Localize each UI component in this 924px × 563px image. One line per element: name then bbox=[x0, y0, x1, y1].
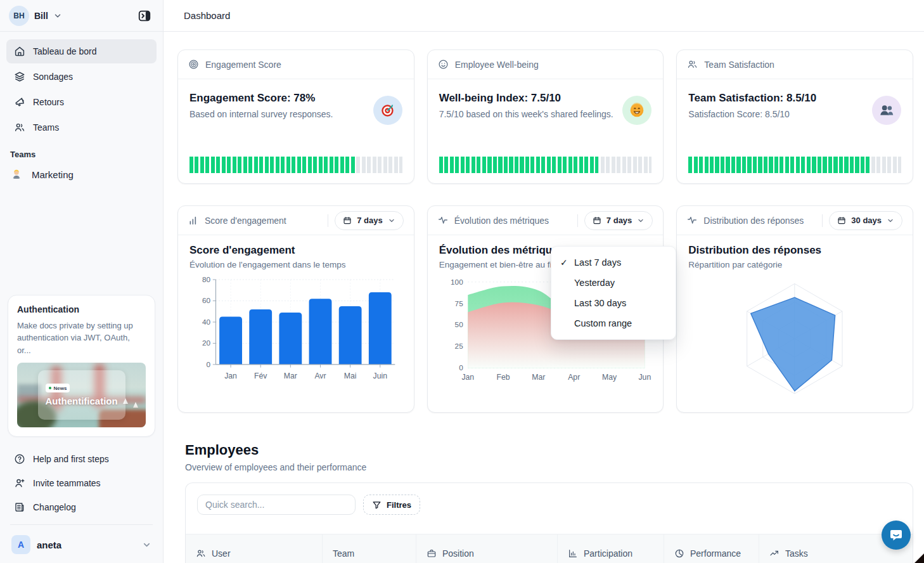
card-body: Well-being Index: 7.5/10 7.5/10 based on… bbox=[428, 79, 664, 183]
menu-item-label: Custom range bbox=[574, 318, 632, 328]
auth-image-title: Authentification bbox=[46, 396, 125, 406]
column-label: Participation bbox=[584, 548, 632, 559]
svg-text:Jan: Jan bbox=[461, 373, 474, 382]
employees-header: Employees Overview of employees and thei… bbox=[177, 442, 913, 472]
date-range-button[interactable]: 7 days bbox=[335, 211, 403, 230]
calendar-icon bbox=[593, 216, 601, 225]
menu-item-label: Last 7 days bbox=[574, 257, 621, 268]
progress-bar bbox=[189, 157, 402, 173]
svg-text:Jan: Jan bbox=[224, 372, 237, 380]
card-body: Engagement Score: 78% Based on internal … bbox=[178, 79, 414, 183]
stat-title: Well-being Index: 7.5/10 bbox=[439, 92, 652, 105]
chart-cards-row: Score d'engagement 7 days Score d'engage… bbox=[177, 205, 913, 413]
auth-image-overlay-card: News Authentification bbox=[38, 370, 125, 420]
chevron-down-icon bbox=[53, 11, 62, 20]
sidebar-item-teams[interactable]: Teams bbox=[6, 115, 157, 139]
topbar: Dashboard bbox=[164, 0, 924, 32]
org-switcher[interactable]: A aneta bbox=[6, 530, 157, 563]
chart-subtitle: Évolution de l'engagement dans le temps bbox=[189, 260, 402, 269]
svg-text:Apr: Apr bbox=[568, 373, 580, 382]
chat-launcher-button[interactable] bbox=[882, 521, 911, 550]
menu-item-last-30-days[interactable]: Last 30 days bbox=[551, 293, 676, 313]
svg-text:Avr: Avr bbox=[314, 372, 326, 380]
search-input[interactable] bbox=[197, 495, 356, 515]
workspace-user-name[interactable]: Bill bbox=[34, 11, 48, 21]
progress-bar bbox=[439, 157, 652, 173]
collapse-sidebar-button[interactable] bbox=[135, 6, 154, 25]
wellbeing-card: Employee Well-being Well-being Index: 7.… bbox=[427, 49, 664, 184]
sidebar-item-retours[interactable]: Retours bbox=[6, 90, 157, 114]
menu-item-label: Yesterday bbox=[574, 278, 615, 288]
smiley-icon bbox=[438, 59, 449, 70]
calendar-icon bbox=[837, 216, 846, 225]
help-circle-icon bbox=[14, 453, 25, 465]
svg-text:20: 20 bbox=[202, 339, 211, 347]
menu-item-custom-range[interactable]: Custom range bbox=[551, 313, 676, 333]
column-header-position[interactable]: Position bbox=[416, 534, 558, 563]
auth-card-description: Make docs private by setting up authenti… bbox=[17, 320, 146, 357]
svg-text:Jun: Jun bbox=[638, 373, 651, 382]
activity-icon bbox=[687, 216, 697, 226]
chart-subtitle: Répartition par catégorie bbox=[688, 260, 901, 269]
chat-smile-icon bbox=[889, 527, 904, 543]
funnel-icon bbox=[372, 500, 382, 510]
news-badge-label: News bbox=[54, 385, 67, 391]
authentication-promo-card[interactable]: Authentication Make docs private by sett… bbox=[8, 295, 155, 437]
sidebar-item-invite[interactable]: Invite teammates bbox=[6, 471, 157, 495]
date-range-dropdown-menu: ✓ Last 7 days Yesterday Last 30 days Cus… bbox=[551, 246, 676, 340]
card-header: Évolution des métriques 7 days bbox=[428, 206, 664, 235]
date-range-label: 30 days bbox=[851, 216, 882, 225]
column-header-performance[interactable]: Performance bbox=[664, 534, 759, 563]
column-header-team[interactable]: Team bbox=[323, 534, 416, 563]
chevron-down-icon bbox=[142, 540, 151, 550]
svg-text:80: 80 bbox=[202, 275, 211, 283]
engagement-bar-chart: 020406080JanFévMarAvrMaiJuin bbox=[189, 273, 402, 391]
cursor-artifact bbox=[914, 553, 924, 563]
sidebar-item-label: Invite teammates bbox=[33, 478, 101, 488]
date-range-button[interactable]: 30 days bbox=[829, 211, 902, 230]
card-body: Score d'engagement Évolution de l'engage… bbox=[178, 235, 414, 412]
svg-text:Mar: Mar bbox=[532, 373, 545, 382]
card-header: Team Satisfaction bbox=[677, 50, 913, 79]
busts-in-silhouette-emoji-icon bbox=[878, 102, 895, 119]
sidebar-item-tableau-de-bord[interactable]: Tableau de bord bbox=[6, 39, 157, 63]
card-header-label: Engagement Score bbox=[205, 60, 281, 70]
engagement-chart-card: Score d'engagement 7 days Score d'engage… bbox=[177, 205, 414, 413]
svg-text:0: 0 bbox=[459, 363, 463, 372]
chevron-down-icon bbox=[887, 217, 894, 224]
menu-item-yesterday[interactable]: Yesterday bbox=[551, 273, 676, 293]
org-avatar: A bbox=[11, 535, 30, 554]
sidebar-item-changelog[interactable]: Changelog bbox=[6, 495, 157, 519]
sidebar-bottom-nav: Help and first steps Invite teammates Ch… bbox=[0, 443, 163, 563]
divider bbox=[822, 214, 823, 227]
table-header-row: User Team Position Participation bbox=[186, 534, 913, 563]
green-dot-icon bbox=[49, 387, 51, 389]
progress-fill bbox=[439, 157, 599, 173]
date-range-button[interactable]: 7 days bbox=[584, 211, 653, 230]
activity-icon bbox=[438, 216, 448, 226]
sidebar-item-marketing[interactable]: Marketing bbox=[0, 163, 163, 186]
stat-cards-row: Engagement Score Engagement Score: 78% B… bbox=[177, 49, 913, 184]
menu-item-last-7-days[interactable]: ✓ Last 7 days bbox=[551, 252, 676, 273]
stat-description: Based on internal survey responses. bbox=[189, 109, 402, 119]
divider bbox=[10, 524, 153, 525]
sidebar-item-label: Retours bbox=[33, 97, 64, 107]
column-header-user[interactable]: User bbox=[186, 534, 323, 563]
column-header-participation[interactable]: Participation bbox=[558, 534, 664, 563]
busts-emoji-badge bbox=[872, 96, 901, 125]
sidebar-item-sondages[interactable]: Sondages bbox=[6, 65, 157, 89]
svg-text:Feb: Feb bbox=[496, 373, 510, 382]
sidebar-section-teams: Teams bbox=[0, 139, 163, 163]
card-header: Engagement Score bbox=[178, 50, 414, 79]
org-name: aneta bbox=[37, 540, 136, 550]
svg-text:75: 75 bbox=[454, 299, 463, 307]
sidebar-item-help[interactable]: Help and first steps bbox=[6, 447, 157, 471]
filters-button[interactable]: Filtres bbox=[363, 495, 420, 515]
avatar[interactable]: BH bbox=[9, 6, 29, 26]
card-header: Distribution des réponses 30 days bbox=[677, 206, 913, 235]
briefcase-icon bbox=[427, 548, 437, 559]
user-plus-icon bbox=[14, 477, 25, 489]
team-satisfaction-card: Team Satisfaction Team Satisfaction: 8.5… bbox=[676, 49, 913, 184]
card-body: Distribution des réponses Répartition pa… bbox=[677, 235, 913, 412]
smiley-emoji-badge bbox=[622, 96, 651, 125]
